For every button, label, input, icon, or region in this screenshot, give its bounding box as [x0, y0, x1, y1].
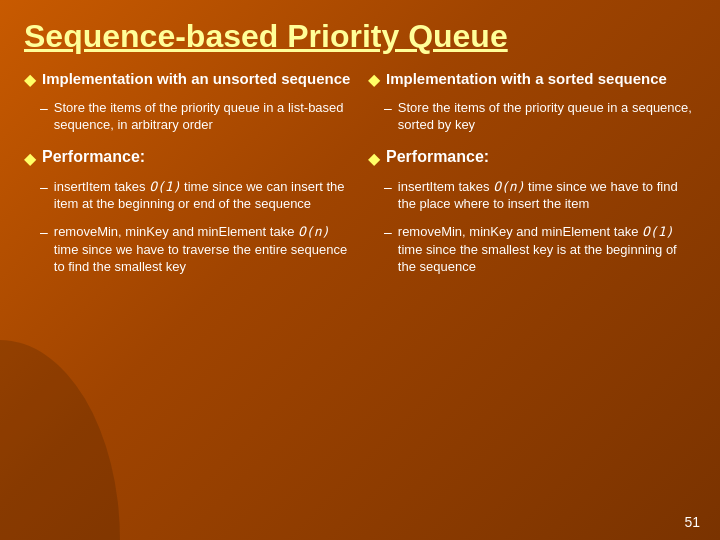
left-column: ◆ Implementation with an unsorted sequen… — [24, 69, 352, 522]
left-perf-bullet-1: – insertItem takes O(1) time since we ca… — [40, 178, 352, 213]
left-perf-suffix-2: time since we have to traverse the entir… — [54, 242, 347, 275]
dash-icon-rp2: – — [384, 224, 392, 240]
right-sub-bullet-1: – Store the items of the priority queue … — [384, 99, 696, 134]
right-performance-label: Performance: — [386, 148, 489, 166]
right-perf-bullet-2: – removeMin, minKey and minElement take … — [384, 223, 696, 276]
left-performance-item: ◆ Performance: — [24, 148, 352, 168]
right-heading: Implementation with a sorted sequence — [386, 69, 667, 89]
right-sub-text-1: Store the items of the priority queue in… — [398, 99, 696, 134]
slide: Sequence-based Priority Queue ◆ Implemen… — [0, 0, 720, 540]
left-perf-bullet-2: – removeMin, minKey and minElement take … — [40, 223, 352, 276]
left-perf-mono-1: O(1) — [149, 179, 180, 194]
diamond-icon-left: ◆ — [24, 70, 36, 89]
left-perf-prefix-1: insertItem takes — [54, 179, 149, 194]
left-perf-text-1: insertItem takes O(1) time since we can … — [54, 178, 352, 213]
content-area: ◆ Implementation with an unsorted sequen… — [24, 69, 696, 522]
right-perf-mono-1: O(n) — [493, 179, 524, 194]
right-column: ◆ Implementation with a sorted sequence … — [368, 69, 696, 522]
right-perf-text-2: removeMin, minKey and minElement take O(… — [398, 223, 696, 276]
right-perf-suffix-2: time since the smallest key is at the be… — [398, 242, 677, 275]
left-perf-text-2: removeMin, minKey and minElement take O(… — [54, 223, 352, 276]
left-perf-mono-2: O(n) — [298, 224, 329, 239]
slide-title: Sequence-based Priority Queue — [24, 18, 696, 55]
diamond-icon-left-perf: ◆ — [24, 149, 36, 168]
dash-icon-lp2: – — [40, 224, 48, 240]
right-heading-item: ◆ Implementation with a sorted sequence — [368, 69, 696, 89]
right-performance-item: ◆ Performance: — [368, 148, 696, 168]
left-sub-text-1: Store the items of the priority queue in… — [54, 99, 352, 134]
right-perf-bullet-1: – insertItem takes O(n) time since we ha… — [384, 178, 696, 213]
dash-icon-lp1: – — [40, 179, 48, 195]
left-sub-bullet-1: – Store the items of the priority queue … — [40, 99, 352, 134]
dash-icon-r1: – — [384, 100, 392, 116]
right-perf-text-1: insertItem takes O(n) time since we have… — [398, 178, 696, 213]
right-perf-prefix-2: removeMin, minKey and minElement take — [398, 224, 642, 239]
left-perf-prefix-2: removeMin, minKey and minElement take — [54, 224, 298, 239]
right-perf-mono-2: O(1) — [642, 224, 673, 239]
dash-icon: – — [40, 100, 48, 116]
left-heading-item: ◆ Implementation with an unsorted sequen… — [24, 69, 352, 89]
left-heading: Implementation with an unsorted sequence — [42, 69, 350, 89]
left-performance-label: Performance: — [42, 148, 145, 166]
diamond-icon-right: ◆ — [368, 70, 380, 89]
right-perf-prefix-1: insertItem takes — [398, 179, 493, 194]
page-number: 51 — [684, 514, 700, 530]
diamond-icon-right-perf: ◆ — [368, 149, 380, 168]
dash-icon-rp1: – — [384, 179, 392, 195]
